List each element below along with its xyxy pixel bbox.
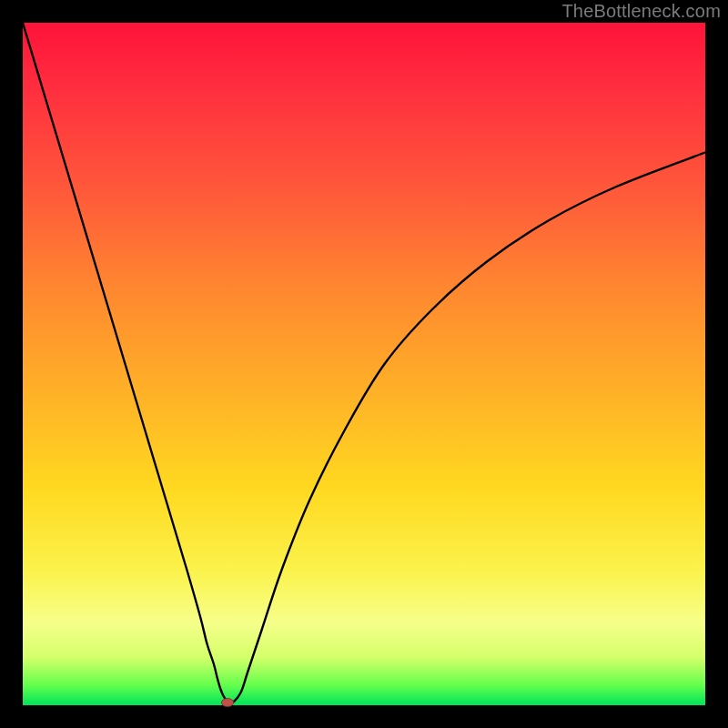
chart-frame: TheBottleneck.com bbox=[0, 0, 728, 728]
minimum-marker bbox=[221, 699, 234, 707]
watermark-text: TheBottleneck.com bbox=[561, 1, 721, 22]
chart-plot-area bbox=[23, 23, 705, 705]
chart-svg bbox=[23, 23, 705, 705]
bottleneck-curve bbox=[23, 23, 705, 702]
